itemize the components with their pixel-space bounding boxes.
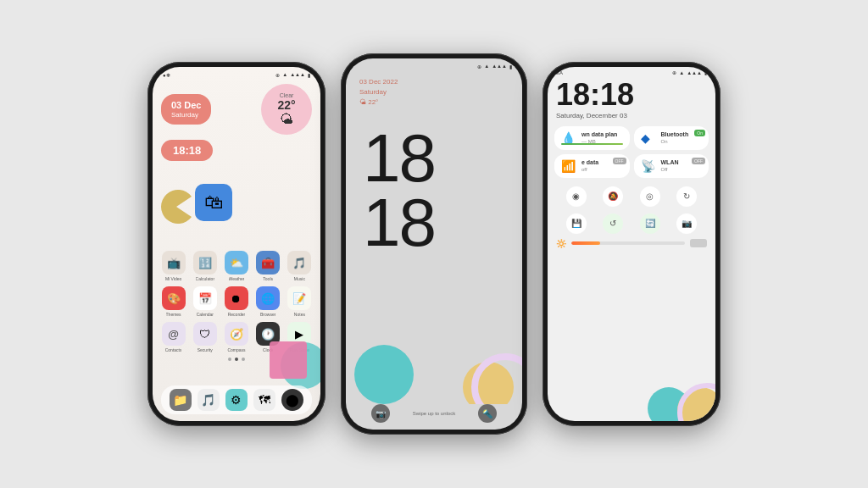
dock-music[interactable]: 🎵 [198,389,220,411]
date-widget[interactable]: 03 Dec Saturday [161,94,211,125]
ctrl-refresh[interactable]: 🔄 [640,214,660,234]
phone2-screen: ⊕ ▲ ▲▲▲ ▮ 03 Dec 2022 Saturday 🌤 22° 18 … [346,58,522,430]
quick-controls-row2: 💾 ↺ 🔄 📷 [548,214,715,234]
phone3-bt-icon: ⊕ [672,69,676,75]
phone2-bt-icon: ⊕ [477,64,481,69]
phone2-date-line2: Saturday [359,87,398,97]
ctrl-sync[interactable]: ↻ [676,186,697,207]
ctrl-location[interactable]: ◉ [566,186,587,207]
date-weekday: Saturday [171,111,201,119]
calculator-label: Calculator [196,276,215,281]
app-tools[interactable]: 🧰 Tools [254,251,282,281]
phone3-battery-icon: ▮ [704,69,707,75]
bluetooth-tile[interactable]: ◆ Bluetooth On On [634,126,709,150]
bluetooth-icon: ⊕ [275,72,280,78]
phone3-carrier: EA [556,70,563,75]
phone2-camera-button[interactable]: 📷 [371,404,390,423]
widget-row-2: 18:18 [161,140,312,161]
dot-3 [242,358,245,361]
phone3: EA ⊕ ▲ ▲▲▲ ▮ 18:18 Saturday, December 03… [542,62,721,426]
folder-icon[interactable]: 🛍 [195,184,232,221]
ctrl-scan[interactable]: ◎ [640,186,660,207]
app-calendar[interactable]: 📅 Calendar [191,286,219,317]
mobile-data-tile[interactable]: 📶 e data off OFF [554,154,630,178]
time-widget[interactable]: 18:18 [161,140,213,161]
widget-row-1: 03 Dec Saturday Clear 22° 🌤 [161,84,312,135]
phone2-bottom-bar: 📷 Swipe up to unlock 🔦 [346,404,522,423]
phone2-time-display: 18 18 [363,126,435,255]
dot-1 [228,358,231,361]
bluetooth-label: Bluetooth [661,131,689,138]
wlan-icon: 📡 [641,159,656,173]
app-recorder[interactable]: ⏺ Recorder [222,286,250,317]
weather-icon: ⛅ [225,251,248,274]
ctrl-nfc[interactable]: 💾 [566,214,587,234]
weather-widget[interactable]: Clear 22° 🌤 [261,84,312,135]
phone3-circle-outline [677,383,715,421]
themes-icon: 🎨 [162,286,186,310]
data-plan-tile[interactable]: 💧 wn data plan — MB [554,126,630,150]
phone3-signal-icon: ▲▲▲ [687,70,702,75]
app-contacts[interactable]: @ Contacts [159,322,187,352]
phone1-wrapper: ●❋ ⊕ ▲ ▲▲▲ ▮ 03 Dec Saturday Clear [147,62,326,426]
data-bar [561,143,623,145]
wifi-icon: ▲ [282,72,287,77]
security-icon: 🛡 [193,322,217,346]
bluetooth-sub: On [661,139,689,144]
bluetooth-info: Bluetooth On [661,131,689,143]
app-notes[interactable]: 📝 Notes [286,286,314,317]
wlan-tile[interactable]: 📡 WLAN Off OFF [634,154,709,178]
apps-grid-row2: 🎨 Themes 📅 Calendar ⏺ Recorder 🌐 Browser [153,286,320,317]
signal-icon: ▲▲▲ [290,72,305,77]
ctrl-cast[interactable]: ↺ [603,214,623,234]
dock-maps[interactable]: 🗺 [253,389,275,411]
mobile-data-sub: off [581,167,598,172]
calendar-label: Calendar [197,312,214,317]
app-music[interactable]: 🎵 Music [286,251,314,281]
mobile-data-label: e data [581,159,598,166]
app-browser[interactable]: 🌐 Browser [254,286,282,317]
phone2-status-bar: ⊕ ▲ ▲▲▲ ▮ [346,58,522,74]
app-security[interactable]: 🛡 Security [191,322,219,352]
apps-section: 📺 Mi Video 🔢 Calculator ⛅ Weather 🧰 Tool… [153,251,320,352]
calculator-icon: 🔢 [193,251,217,274]
dock-home[interactable]: ⬤ [281,389,303,411]
mobile-data-info: e data off [581,159,598,171]
phone1-status-left: ●❋ [163,72,170,78]
recorder-icon: ⏺ [225,286,248,310]
music-icon: 🎵 [287,251,311,274]
phone2-torch-button[interactable]: 🔦 [478,404,497,423]
themes-label: Themes [166,312,181,317]
mi-video-icon: 📺 [162,251,186,274]
phone2-weather: 🌤 22° [359,97,398,108]
dock-folder[interactable]: 📁 [170,389,192,411]
recorder-label: Recorder [228,312,246,317]
ctrl-dnd[interactable]: 🔕 [603,186,623,207]
security-label: Security [198,347,213,352]
brightness-fill [571,241,600,245]
wlan-sub: Off [661,167,679,172]
notes-label: Notes [294,312,305,317]
phone2-shapes [346,336,522,404]
bluetooth-badge: On [694,130,705,136]
app-calculator[interactable]: 🔢 Calculator [191,251,219,281]
phone2-teal-circle [354,345,414,404]
dock-toggle[interactable]: ⚙ [225,389,248,411]
app-compass[interactable]: 🧭 Compass [222,322,250,352]
brightness-bar[interactable] [571,241,685,245]
browser-label: Browser [260,312,275,317]
phone1-status-icons: ⊕ ▲ ▲▲▲ ▮ [275,72,310,78]
contacts-label: Contacts [165,347,182,352]
weather-desc: Clear [280,92,294,98]
apps-grid-row1: 📺 Mi Video 🔢 Calculator ⛅ Weather 🧰 Tool… [153,251,320,281]
phone3-time: 18:18 [548,78,715,112]
phone3-wifi-icon: ▲ [679,70,684,75]
app-themes[interactable]: 🎨 Themes [159,286,187,317]
ctrl-video[interactable]: 📷 [676,214,697,234]
notes-icon: 📝 [287,286,311,310]
data-plan-label: wn data plan [581,131,617,138]
app-weather[interactable]: ⛅ Weather [222,251,250,281]
phone2-status-icons: ⊕ ▲ ▲▲▲ ▮ [477,64,512,69]
wlan-badge: OFF [692,158,705,164]
app-mi-video[interactable]: 📺 Mi Video [159,251,187,281]
